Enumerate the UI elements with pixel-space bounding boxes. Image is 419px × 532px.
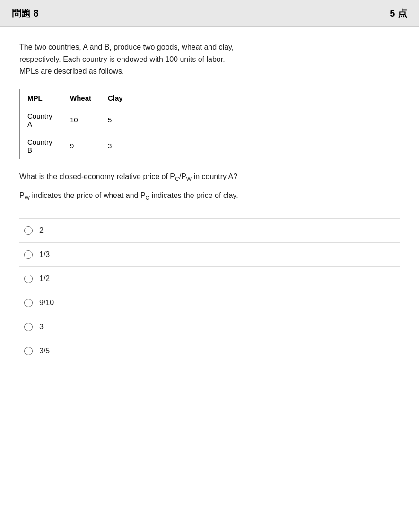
country-a-label: CountryA xyxy=(20,107,62,133)
option-row-1[interactable]: 2 xyxy=(19,218,400,242)
subscript-w2: W xyxy=(25,195,30,201)
question-line2: respectively. Each country is endowed wi… xyxy=(19,55,225,63)
radio-5[interactable] xyxy=(24,323,33,331)
radio-1[interactable] xyxy=(24,226,33,235)
table-row-country-a: CountryA 10 5 xyxy=(20,107,138,133)
country-b-label: CountryB xyxy=(20,133,62,159)
mpl-table: MPL Wheat Clay CountryA 10 5 CountryB 9 … xyxy=(19,89,138,159)
table-header-row: MPL Wheat Clay xyxy=(20,89,138,107)
table-header-clay: Clay xyxy=(100,89,138,107)
option-label-6: 3/5 xyxy=(39,347,50,355)
option-row-3[interactable]: 1/2 xyxy=(19,266,400,291)
formula-question: What is the closed-economy relative pric… xyxy=(19,171,400,184)
option-label-3: 1/2 xyxy=(39,275,50,283)
option-label-4: 9/10 xyxy=(39,299,54,307)
option-row-2[interactable]: 1/3 xyxy=(19,242,400,266)
table-header-wheat: Wheat xyxy=(62,89,100,107)
options-container: 2 1/3 1/2 9/10 3 3/5 xyxy=(19,218,400,363)
question-points: 5 点 xyxy=(390,7,407,20)
question-title: 問題 8 xyxy=(12,7,39,20)
country-b-clay: 3 xyxy=(100,133,138,159)
option-row-5[interactable]: 3 xyxy=(19,315,400,339)
page-container: 問題 8 5 点 The two countries, A and B, pro… xyxy=(0,0,419,532)
table-header-mpl: MPL xyxy=(20,89,62,107)
radio-6[interactable] xyxy=(24,347,33,355)
formula-note: PW indicates the price of wheat and PC i… xyxy=(19,189,400,203)
question-header: 問題 8 5 点 xyxy=(0,0,419,27)
radio-3[interactable] xyxy=(24,275,33,283)
subscript-w: W xyxy=(186,176,192,182)
question-line3: MPLs are described as follows. xyxy=(19,67,124,75)
subscript-c2: C xyxy=(146,195,150,201)
option-label-1: 2 xyxy=(39,226,44,235)
radio-2[interactable] xyxy=(24,250,33,259)
table-row-country-b: CountryB 9 3 xyxy=(20,133,138,159)
question-body: The two countries, A and B, produce two … xyxy=(19,41,400,77)
option-row-6[interactable]: 3/5 xyxy=(19,339,400,363)
country-a-clay: 5 xyxy=(100,107,138,133)
country-b-wheat: 9 xyxy=(62,133,100,159)
question-line1: The two countries, A and B, produce two … xyxy=(19,43,234,51)
option-label-5: 3 xyxy=(39,323,44,331)
question-content: The two countries, A and B, produce two … xyxy=(0,27,419,378)
subscript-c: C xyxy=(175,176,179,182)
option-label-2: 1/3 xyxy=(39,250,50,259)
country-a-wheat: 10 xyxy=(62,107,100,133)
option-row-4[interactable]: 9/10 xyxy=(19,291,400,315)
radio-4[interactable] xyxy=(24,299,33,307)
